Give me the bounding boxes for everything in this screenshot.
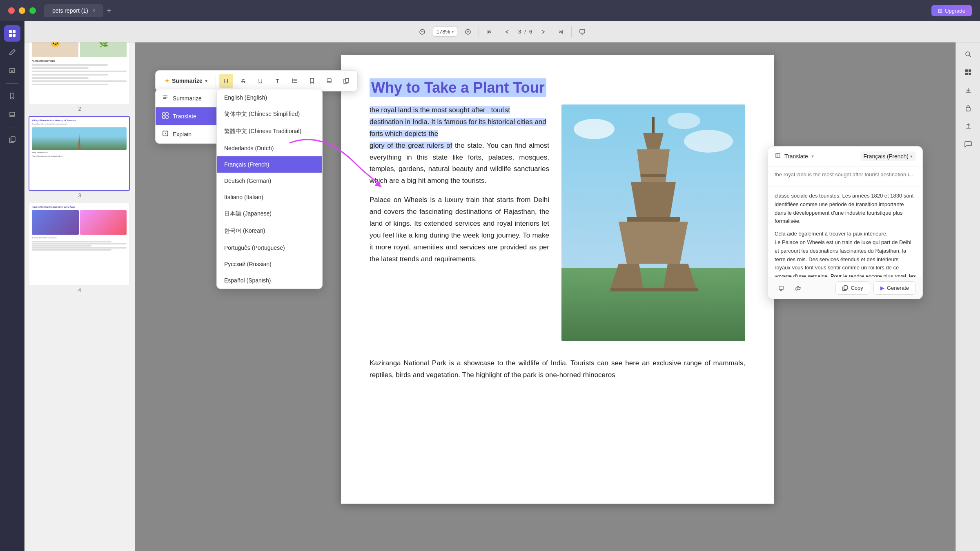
new-tab-button[interactable]: + xyxy=(107,6,111,16)
zoom-in-button[interactable] xyxy=(461,24,475,39)
svg-rect-2 xyxy=(9,34,12,37)
zoom-control[interactable]: 178% ▾ xyxy=(433,27,457,37)
copy-button[interactable]: Copy xyxy=(835,281,870,295)
trans-output: classe sociale des touristes. Les années… xyxy=(768,187,922,277)
svg-rect-5 xyxy=(11,137,15,142)
active-tab[interactable]: pets report (1) × xyxy=(44,4,103,17)
svg-rect-1 xyxy=(13,30,16,33)
lang-italian[interactable]: Italiano (Italian) xyxy=(217,189,322,205)
current-page: 3 xyxy=(518,29,521,35)
underline-btn[interactable]: U xyxy=(254,74,267,88)
sidebar-item-bookmark[interactable] xyxy=(4,88,20,104)
titlebar: pets report (1) × + ⊞ Upgrade xyxy=(0,0,980,21)
generate-play-icon: ▶ xyxy=(880,285,884,291)
toolbar-divider-1 xyxy=(479,26,479,38)
right-search-icon[interactable] xyxy=(960,47,976,62)
svg-rect-35 xyxy=(163,113,165,115)
lang-dutch[interactable]: Nederlands (Dutch) xyxy=(217,140,322,156)
first-page-button[interactable] xyxy=(482,24,497,39)
text-btn[interactable]: T xyxy=(271,74,285,88)
tab-label: pets report (1) xyxy=(52,7,88,14)
svg-rect-42 xyxy=(844,286,847,289)
summarize-button[interactable]: ✦ Summarize ▾ xyxy=(160,75,212,87)
maximize-button[interactable] xyxy=(29,7,36,14)
trans-footer: Copy ▶ Generate xyxy=(768,277,922,299)
trans-thumbup-btn[interactable] xyxy=(792,282,805,295)
trans-input-text: the royal land is the most sought after … xyxy=(775,171,913,178)
lang-chinese-simplified[interactable]: 简体中文 (Chinese Simplified) xyxy=(217,106,322,123)
svg-point-32 xyxy=(292,82,293,83)
right-download-icon[interactable] xyxy=(960,82,976,98)
sidebar-item-annotation[interactable] xyxy=(4,63,20,79)
svg-point-28 xyxy=(684,130,733,153)
bookmark-sel-btn[interactable] xyxy=(305,74,319,88)
sidebar-item-pen[interactable] xyxy=(4,44,20,60)
thumbnail-page-4[interactable]: Improve Working Productivity in Using Ap… xyxy=(29,202,131,293)
svg-rect-3 xyxy=(13,34,16,37)
lang-russian[interactable]: Русский (Russian) xyxy=(217,256,322,272)
lang-german[interactable]: Deutsch (German) xyxy=(217,173,322,189)
comment-button[interactable] xyxy=(575,24,590,39)
lang-portuguese[interactable]: Português (Portuguese) xyxy=(217,240,322,256)
highlight-btn[interactable]: H xyxy=(219,74,233,88)
svg-rect-16 xyxy=(561,268,745,341)
thumbnail-page-3[interactable]: A Key Phase in the History of Tourism th… xyxy=(29,116,131,198)
svg-point-30 xyxy=(292,79,293,80)
trans-footer-icons xyxy=(775,282,805,295)
prev-page-button[interactable] xyxy=(500,24,515,39)
minimize-button[interactable] xyxy=(19,7,25,14)
main-layout: 🐱 🌿 Animals Helping People xyxy=(0,21,980,551)
upgrade-button[interactable]: ⊞ Upgrade xyxy=(931,5,972,16)
trans-book-icon xyxy=(775,152,781,160)
last-page-button[interactable] xyxy=(553,24,568,39)
svg-rect-20 xyxy=(641,174,666,177)
svg-point-29 xyxy=(668,113,700,129)
thumb-label-3: 3 xyxy=(29,193,131,198)
generate-label: Generate xyxy=(887,285,909,291)
next-page-button[interactable] xyxy=(535,24,550,39)
lang-japanese[interactable]: 日本語 (Japanese) xyxy=(217,205,322,222)
lang-selector[interactable]: Français (French) ▾ xyxy=(860,151,916,161)
list-btn[interactable] xyxy=(288,74,302,88)
zoom-dropdown-icon: ▾ xyxy=(452,29,454,34)
generate-button[interactable]: ▶ Generate xyxy=(873,281,916,295)
trans-arrow-icon: ▾ xyxy=(811,153,814,159)
svg-rect-0 xyxy=(9,30,12,33)
lang-korean[interactable]: 한국어 (Korean) xyxy=(217,222,322,240)
strikethrough-btn[interactable]: S xyxy=(236,74,250,88)
summarize-label: Summarize xyxy=(172,78,203,84)
right-grid-icon[interactable] xyxy=(960,64,976,80)
copy-label: Copy xyxy=(851,285,863,291)
lang-spanish[interactable]: Español (Spanish) xyxy=(217,272,322,289)
doc-title: Why to Take a Plant Tour xyxy=(370,79,745,96)
right-chat-icon[interactable] xyxy=(960,136,976,152)
trans-feedback-btn[interactable] xyxy=(775,282,788,295)
trans-input: the royal land is the most sought after … xyxy=(768,167,922,187)
svg-rect-4 xyxy=(10,112,15,116)
stamp-sel-btn[interactable] xyxy=(322,74,336,88)
sidebar-item-pages[interactable] xyxy=(4,25,20,42)
lang-french[interactable]: Français (French) xyxy=(217,156,322,173)
page-separator: / xyxy=(524,29,526,35)
tab-close-icon[interactable]: × xyxy=(92,8,95,13)
right-share-icon[interactable] xyxy=(960,118,976,134)
lang-chinese-traditional[interactable]: 繁體中文 (Chinese Traditional) xyxy=(217,123,322,140)
lang-selector-arrow: ▾ xyxy=(910,154,913,159)
sidebar-item-copy[interactable] xyxy=(4,131,20,148)
svg-rect-13 xyxy=(969,73,971,75)
sidebar-item-stamp[interactable] xyxy=(4,107,20,123)
upgrade-icon: ⊞ xyxy=(938,8,942,14)
star-icon: ✦ xyxy=(165,78,169,84)
language-submenu: English (English) 简体中文 (Chinese Simplifi… xyxy=(216,89,323,289)
lang-english[interactable]: English (English) xyxy=(217,89,322,106)
zoom-out-button[interactable] xyxy=(415,24,430,39)
svg-rect-36 xyxy=(166,113,168,115)
page-control: 3 / 6 xyxy=(518,29,532,35)
context-explain-label: Explain xyxy=(173,131,192,138)
trans-action-buttons: Copy ▶ Generate xyxy=(835,281,916,295)
zoom-value: 178% xyxy=(437,29,450,35)
service-text: service xyxy=(455,220,477,227)
copy-sel-btn[interactable] xyxy=(339,74,353,88)
close-button[interactable] xyxy=(8,7,15,14)
right-lock-icon[interactable] xyxy=(960,100,976,116)
